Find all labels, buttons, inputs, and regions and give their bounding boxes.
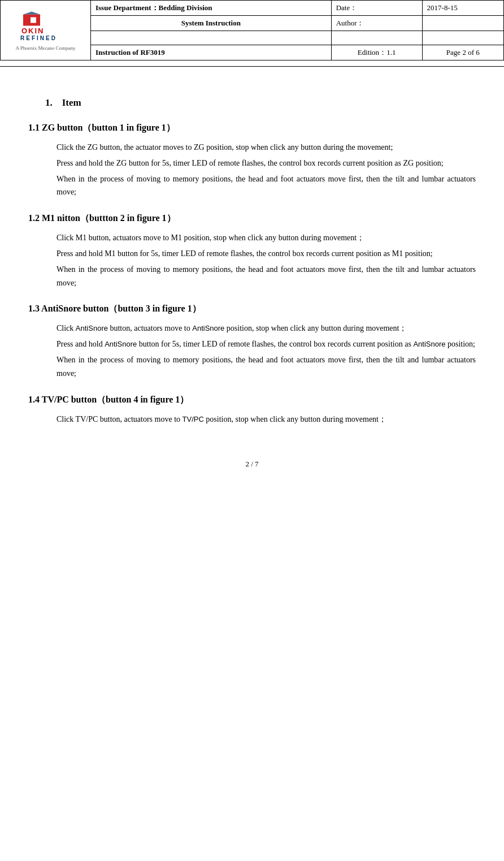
s14-p1-suffix: position, stop when click any button dur… xyxy=(204,415,386,423)
s13-p1-prefix: Click xyxy=(57,324,76,332)
svg-text:OKIN: OKIN xyxy=(21,26,45,34)
svg-rect-1 xyxy=(31,17,36,23)
section1-1-para2: Press and hold the ZG button for 5s, tim… xyxy=(57,157,476,170)
s14-tvpc1: TV/PC xyxy=(183,415,204,423)
section1-number: 1. xyxy=(45,97,53,108)
s13-antisnore4: AntiSnore xyxy=(413,340,445,348)
s13-antisnore3: AntiSnore xyxy=(105,340,137,348)
empty-row-cell2 xyxy=(331,31,422,45)
system-instruction-cell: System Instruction xyxy=(91,16,332,31)
page: OKIN REFINED A Phoenix Mecano Company Is… xyxy=(0,0,504,861)
author-value-cell xyxy=(422,16,503,31)
page-info-cell: Page 2 of 6 xyxy=(422,45,503,60)
section1-title-text: Item xyxy=(62,97,81,108)
page-footer: 2 / 7 xyxy=(0,460,504,469)
section1-4-body: Click TV/PC button, actuators move to TV… xyxy=(57,413,476,426)
svg-marker-2 xyxy=(23,11,40,14)
issue-dept-value: Bedding Division xyxy=(159,3,212,12)
footer-page-number: 2 / 7 xyxy=(245,460,258,468)
section1-3-body: Click AntiSnore button, actuators move t… xyxy=(57,322,476,380)
logo-icon: OKIN REFINED xyxy=(20,10,71,44)
date-value-cell: 2017-8-15 xyxy=(422,1,503,16)
section1-2-para2: Press and hold M1 button for 5s, timer L… xyxy=(57,247,476,261)
edition-value: 1.1 xyxy=(386,48,396,57)
date-value: 2017-8-15 xyxy=(427,3,458,12)
s13-p1-mid: button, actuators move to xyxy=(108,324,192,332)
edition-cell: Edition：1.1 xyxy=(331,45,422,60)
section1-2-para3: When in the process of moving to memory … xyxy=(57,263,476,290)
header-table: OKIN REFINED A Phoenix Mecano Company Is… xyxy=(0,0,504,60)
issue-dept-label: Issue Department：Bedding Division xyxy=(91,1,332,16)
section1-2-heading: 1.2 M1 nitton（buttton 2 in figure 1） xyxy=(28,213,176,223)
section1-2-body: Click M1 button, actuators move to M1 po… xyxy=(57,231,476,289)
logo-cell: OKIN REFINED A Phoenix Mecano Company xyxy=(1,1,91,60)
s14-p1-prefix: Click TV/PC button, actuators move to xyxy=(57,415,183,423)
section1-4-heading: 1.4 TV/PC button（button 4 in figure 1） xyxy=(28,395,189,404)
issue-dept-label-text: Issue Department： xyxy=(95,3,159,12)
edition-label: Edition： xyxy=(358,48,386,57)
system-instruction-text: System Instruction xyxy=(181,19,241,27)
section1-title: 1. Item xyxy=(45,97,476,109)
date-label-cell: Date： xyxy=(331,1,422,16)
section1-2-para1: Click M1 button, actuators move to M1 po… xyxy=(57,231,476,245)
logo-subtitle: A Phoenix Mecano Company xyxy=(15,45,75,51)
page-info-text: Page 2 of 6 xyxy=(446,48,480,57)
s13-p2-prefix: Press and hold xyxy=(57,340,105,348)
logo-container: OKIN REFINED A Phoenix Mecano Company xyxy=(5,10,86,51)
section1-3-para3: When in the process of moving to memory … xyxy=(57,353,476,380)
s13-p2-mid: button for 5s, timer LED of remote flash… xyxy=(137,340,413,348)
section1-3-para2: Press and hold AntiSnore button for 5s, … xyxy=(57,338,476,351)
section1-4-title: 1.4 TV/PC button（button 4 in figure 1） xyxy=(28,394,476,406)
section1-4-para1: Click TV/PC button, actuators move to TV… xyxy=(57,413,476,426)
header-divider xyxy=(0,66,504,67)
empty-row-cell1 xyxy=(91,31,332,45)
content-area: 1. Item 1.1 ZG button（button 1 in figure… xyxy=(0,72,504,443)
section1-3-heading: 1.3 AntiSnore button（button 3 in figure … xyxy=(28,304,201,313)
section1-1-para1: Click the ZG button, the actuator moves … xyxy=(57,141,476,154)
section1-1-title: 1.1 ZG button（button 1 in figure 1） xyxy=(28,122,476,134)
section1-1-heading: 1.1 ZG button（button 1 in figure 1） xyxy=(28,123,175,132)
doc-title-cell: Instruction of RF3019 xyxy=(91,45,332,60)
section1-3-title: 1.3 AntiSnore button（button 3 in figure … xyxy=(28,303,476,315)
author-label-cell: Author： xyxy=(331,16,422,31)
s13-antisnore1: AntiSnore xyxy=(76,324,108,332)
s13-antisnore2: AntiSnore xyxy=(192,324,224,332)
section1-1-body: Click the ZG button, the actuator moves … xyxy=(57,141,476,199)
empty-row-cell3 xyxy=(422,31,503,45)
s13-p2-suffix: position; xyxy=(445,340,475,348)
author-label: Author： xyxy=(336,19,364,27)
doc-title: Instruction of RF3019 xyxy=(95,48,165,57)
section1-2-title: 1.2 M1 nitton（buttton 2 in figure 1） xyxy=(28,213,476,224)
section1-3-para1: Click AntiSnore button, actuators move t… xyxy=(57,322,476,335)
section1-1-para3: When in the process of moving to memory … xyxy=(57,172,476,200)
svg-text:REFINED: REFINED xyxy=(20,34,57,41)
s13-p1-suffix: position, stop when click any button dur… xyxy=(224,324,407,332)
date-label: Date： xyxy=(336,3,358,12)
